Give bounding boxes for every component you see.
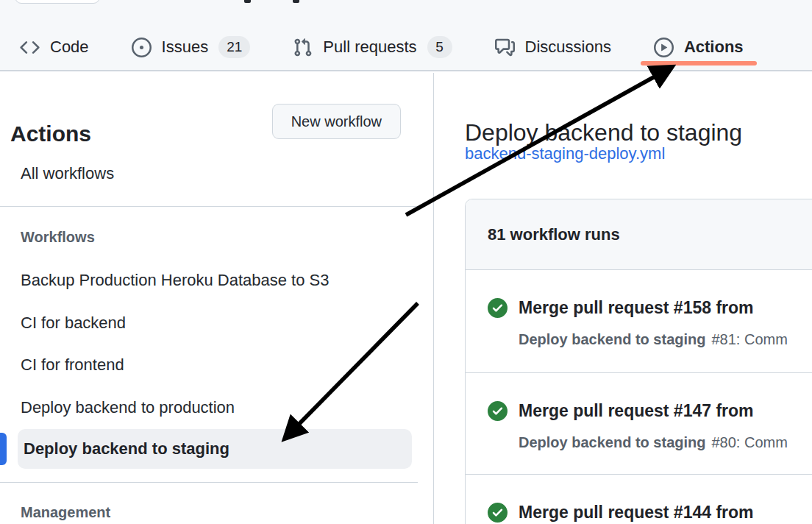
workflows-section-header: Workflows: [21, 228, 95, 246]
run-title[interactable]: Merge pull request #147 from: [519, 401, 754, 421]
tab-actions[interactable]: Actions: [654, 38, 744, 57]
run-subtitle: Deploy backend to staging#81: Comm: [519, 331, 812, 348]
selected-item-accent-bar: [0, 433, 7, 465]
check-circle-success-icon: [488, 503, 508, 523]
run-workflow-name: Deploy backend to staging: [519, 434, 705, 450]
tab-label: Issues: [162, 38, 209, 57]
workflow-run-row[interactable]: Merge pull request #158 from Deploy back…: [466, 270, 812, 372]
sidebar-divider: [0, 206, 418, 207]
repo-title-text-clipped: [293, 0, 299, 3]
pull-requests-count-badge: 5: [427, 36, 452, 58]
sidebar-item-ci-for-backend[interactable]: CI for backend: [21, 313, 126, 333]
run-subtitle: Deploy backend to staging#80: Comm: [519, 434, 812, 451]
check-circle-success-icon: [488, 298, 508, 318]
management-section-header: Management: [21, 503, 110, 521]
tab-issues[interactable]: Issues 21: [132, 36, 251, 58]
play-circle-icon: [654, 38, 674, 57]
tab-label: Discussions: [525, 38, 611, 57]
workflow-main-panel: Deploy backend to staging backend-stagin…: [435, 73, 812, 524]
tab-label: Pull requests: [323, 38, 416, 57]
workflow-runs-header: 81 workflow runs: [466, 199, 812, 270]
code-icon: [20, 38, 40, 57]
check-circle-success-icon: [488, 401, 508, 421]
comment-discussion-icon: [495, 38, 515, 57]
sidebar-divider: [0, 482, 418, 483]
sidebar-title: Actions: [10, 121, 91, 147]
issues-count-badge: 21: [218, 36, 250, 58]
workflow-title: Deploy backend to staging: [465, 118, 742, 147]
tab-label: Actions: [684, 38, 744, 57]
run-workflow-name: Deploy backend to staging: [519, 331, 705, 347]
repo-header: Code Issues 21 Pull requests 5 Discussio…: [0, 0, 812, 71]
run-number-info: #81: Comm: [711, 331, 787, 347]
sidebar-item-ci-for-frontend[interactable]: CI for frontend: [21, 355, 124, 375]
sidebar-item-all-workflows[interactable]: All workflows: [21, 163, 114, 184]
repo-tab-bar: Code Issues 21 Pull requests 5 Discussio…: [20, 26, 744, 68]
sidebar-item-deploy-backend-to-staging[interactable]: Deploy backend to staging: [18, 429, 412, 469]
workflow-runs-card: 81 workflow runs Merge pull request #158…: [465, 199, 812, 524]
run-title[interactable]: Merge pull request #144 from: [519, 503, 754, 523]
run-number-info: #80: Comm: [711, 434, 787, 450]
tab-discussions[interactable]: Discussions: [495, 38, 611, 57]
new-workflow-button[interactable]: New workflow: [272, 104, 401, 139]
tab-pull-requests[interactable]: Pull requests 5: [293, 36, 452, 58]
tab-label: Code: [50, 38, 89, 57]
run-title[interactable]: Merge pull request #158 from: [519, 298, 754, 318]
workflow-file-link[interactable]: backend-staging-deploy.yml: [465, 144, 665, 163]
issue-opened-icon: [132, 38, 152, 57]
sidebar-item-backup-production-heroku-database-to-s3[interactable]: Backup Production Heroku Database to S3: [21, 270, 329, 291]
actions-sidebar: Actions New workflow All workflows Workf…: [0, 73, 434, 524]
sidebar-item-deploy-backend-to-production[interactable]: Deploy backend to production: [21, 397, 235, 418]
tab-code[interactable]: Code: [20, 38, 89, 57]
workflow-run-row[interactable]: Merge pull request #144 from: [466, 474, 812, 524]
workflow-run-row[interactable]: Merge pull request #147 from Deploy back…: [466, 372, 812, 474]
repo-title-text-clipped: [244, 0, 251, 3]
git-pull-request-icon: [293, 38, 313, 57]
clipped-top-element: [15, 0, 100, 4]
